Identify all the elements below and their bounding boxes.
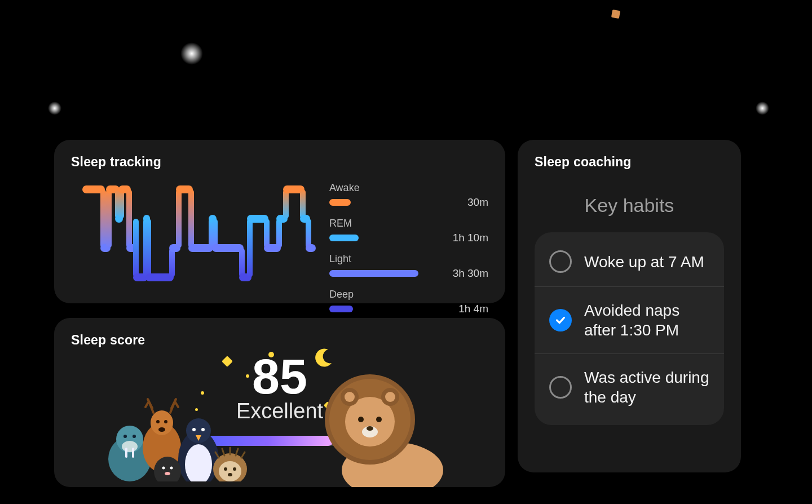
- svg-point-40: [358, 417, 364, 422]
- habit-item[interactable]: Woke up at 7 AM: [535, 237, 724, 286]
- svg-point-25: [233, 467, 236, 471]
- svg-line-28: [222, 449, 224, 456]
- svg-point-10: [164, 420, 167, 423]
- habit-item[interactable]: Was active during the day: [535, 353, 724, 421]
- habits-list: Woke up at 7 AM Avoided naps after 1:30 …: [535, 232, 724, 425]
- svg-point-19: [162, 467, 165, 470]
- habit-text: Avoided naps after 1:30 PM: [584, 300, 709, 340]
- svg-point-2: [123, 435, 127, 438]
- lion-character: [308, 363, 443, 487]
- section-heading: Key habits: [535, 194, 724, 216]
- radio-unchecked-icon[interactable]: [549, 250, 572, 273]
- svg-point-41: [376, 417, 382, 422]
- svg-rect-6: [132, 448, 134, 458]
- sparkle-icon: [756, 101, 769, 115]
- svg-point-26: [228, 473, 232, 476]
- legend-item-awake: Awake 30m: [329, 182, 488, 209]
- habit-text: Woke up at 7 AM: [584, 252, 704, 272]
- sleep-tracking-card[interactable]: Sleep tracking: [54, 140, 505, 303]
- light-pill-icon: [329, 270, 418, 277]
- svg-point-4: [122, 441, 138, 452]
- svg-point-39: [385, 392, 395, 402]
- sleep-animals-group: [108, 374, 255, 476]
- svg-point-20: [170, 467, 173, 470]
- svg-point-43: [367, 426, 373, 431]
- svg-point-16: [201, 428, 205, 431]
- svg-point-24: [224, 467, 227, 471]
- sleep-score-card[interactable]: Sleep score 85 Excellent: [54, 318, 505, 487]
- habit-item[interactable]: Avoided naps after 1:30 PM: [535, 286, 724, 353]
- sparkle-icon: [611, 10, 620, 19]
- svg-point-11: [158, 427, 165, 432]
- card-title: Sleep tracking: [71, 154, 488, 170]
- svg-point-3: [133, 435, 136, 438]
- legend-item-light: Light 3h 30m: [329, 253, 488, 280]
- radio-unchecked-icon[interactable]: [549, 376, 572, 399]
- svg-point-9: [156, 420, 160, 423]
- rem-pill-icon: [329, 235, 359, 241]
- svg-line-30: [236, 449, 238, 456]
- svg-point-37: [345, 392, 355, 402]
- svg-rect-5: [125, 448, 127, 458]
- hypnogram-chart: [71, 185, 312, 287]
- svg-point-23: [219, 461, 241, 481]
- awake-pill-icon: [329, 199, 351, 206]
- svg-line-31: [241, 452, 245, 458]
- card-title: Sleep coaching: [535, 154, 724, 170]
- check-circle-icon[interactable]: [549, 309, 572, 331]
- sleep-coaching-card[interactable]: Sleep coaching Key habits Woke up at 7 A…: [518, 140, 741, 472]
- legend-item-deep: Deep 1h 4m: [329, 289, 488, 315]
- sparkle-icon: [180, 42, 203, 65]
- deep-pill-icon: [329, 306, 353, 312]
- habit-text: Was active during the day: [584, 368, 709, 407]
- card-title: Sleep score: [71, 333, 488, 348]
- sparkle-icon: [48, 101, 61, 115]
- legend-item-rem: REM 1h 10m: [329, 218, 488, 244]
- stage-legend: Awake 30m REM 1h 10m Light 3h 30m: [329, 182, 488, 315]
- svg-point-15: [192, 428, 196, 431]
- svg-point-21: [165, 472, 170, 475]
